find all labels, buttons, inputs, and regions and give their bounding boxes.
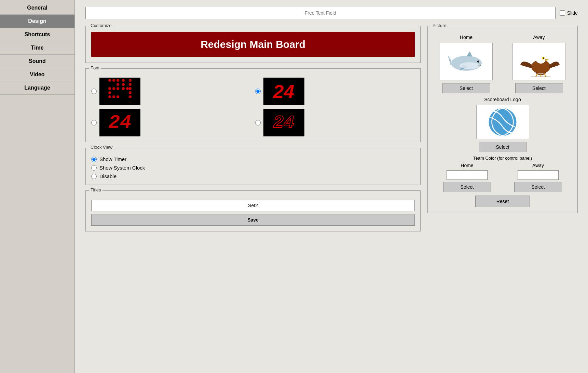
away-team-color-input[interactable] <box>518 170 559 180</box>
svg-point-14 <box>129 83 132 86</box>
scoreboard-logo-select-button[interactable]: Select <box>479 142 527 152</box>
show-system-clock-radio[interactable] <box>91 165 97 171</box>
show-system-clock-text: Show System Clock <box>99 165 145 171</box>
font-options: 24 24 24 <box>91 74 415 136</box>
slide-checkbox[interactable] <box>560 10 565 16</box>
svg-point-15 <box>122 87 125 90</box>
svg-point-27 <box>535 53 546 64</box>
sidebar-item-shortcuts[interactable]: Shortcuts <box>0 28 74 41</box>
away-team-color-select-button[interactable]: Select <box>514 182 562 192</box>
svg-point-5 <box>112 87 115 90</box>
home-team-color-select-button[interactable]: Select <box>443 182 491 192</box>
font-preview-2: 24 <box>263 78 304 105</box>
disable-label[interactable]: Disable <box>91 173 415 179</box>
sidebar-item-general[interactable]: General <box>0 1 74 15</box>
font-option-3: 24 <box>91 109 251 136</box>
left-column: Customize Redesign Main Board Font <box>85 26 421 231</box>
titles-input[interactable] <box>91 200 415 211</box>
titles-content: Save <box>91 196 415 226</box>
clock-view-group: Clock View Show Timer Show System Clock … <box>85 148 421 185</box>
font-radio-2[interactable] <box>255 89 261 94</box>
scoreboard-logo-image-box <box>476 105 529 139</box>
team-color-section: Team Color (for control panel) Home Sele… <box>433 156 572 207</box>
right-column: Picture Home <box>427 26 578 231</box>
font-radio-3[interactable] <box>91 120 97 125</box>
font-preview-4: 24 <box>263 109 304 136</box>
svg-point-0 <box>108 79 111 82</box>
away-picture-select-button[interactable]: Select <box>515 83 563 93</box>
main-content: Slide Customize Redesign Main Board Font <box>75 0 588 373</box>
svg-point-1 <box>112 79 115 82</box>
home-team-color-col: Home Select <box>443 163 491 192</box>
svg-point-12 <box>129 79 132 82</box>
titles-title: Titles <box>89 187 102 192</box>
home-picture-col: Home <box>440 35 493 93</box>
svg-point-18 <box>129 91 132 94</box>
clock-view-title: Clock View <box>89 145 114 150</box>
sidebar-item-sound[interactable]: Sound <box>0 55 74 68</box>
svg-point-9 <box>112 95 115 98</box>
titles-group: Titles Save <box>85 190 421 231</box>
svg-marker-21 <box>448 55 451 67</box>
home-away-picture-row: Home <box>433 35 572 93</box>
font-italic-dot-icon: 24 <box>108 112 131 134</box>
font-preview-3: 24 <box>99 109 140 136</box>
svg-point-3 <box>117 83 119 86</box>
disable-text: Disable <box>99 173 117 179</box>
top-bar: Slide <box>85 7 578 19</box>
eagle-icon <box>517 46 561 77</box>
svg-point-17 <box>129 87 132 90</box>
picture-title: Picture <box>431 23 448 28</box>
svg-point-2 <box>117 79 119 82</box>
font-radio-4[interactable] <box>255 120 261 125</box>
reset-button[interactable]: Reset <box>475 196 530 207</box>
sidebar-item-video[interactable]: Video <box>0 68 74 81</box>
font-radio-1[interactable] <box>91 89 97 94</box>
svg-point-4 <box>108 87 111 90</box>
team-color-row: Home Select Away Select <box>433 163 572 192</box>
free-text-input[interactable] <box>85 7 556 19</box>
volleyball-icon <box>487 107 518 137</box>
font-dot-icon <box>103 78 137 105</box>
font-title: Font <box>89 65 101 70</box>
show-timer-radio[interactable] <box>91 157 97 162</box>
away-picture-label: Away <box>533 35 545 40</box>
slide-area: Slide <box>560 10 578 16</box>
redesign-main-board-button[interactable]: Redesign Main Board <box>91 32 415 57</box>
svg-point-8 <box>108 95 111 98</box>
font-option-2: 24 <box>255 78 415 105</box>
slide-label[interactable]: Slide <box>567 10 578 16</box>
svg-point-25 <box>460 62 480 69</box>
svg-point-16 <box>126 87 129 90</box>
sidebar-item-language[interactable]: Language <box>0 81 74 95</box>
sidebar-item-time[interactable]: Time <box>0 41 74 55</box>
away-team-color-label: Away <box>532 163 544 168</box>
svg-point-31 <box>489 108 517 136</box>
team-color-title: Team Color (for control panel) <box>433 156 572 161</box>
svg-point-7 <box>108 91 111 94</box>
svg-point-6 <box>117 87 119 90</box>
svg-point-29 <box>543 57 544 59</box>
home-picture-image-box <box>440 43 493 80</box>
sidebar: General Design Shortcuts Time Sound Vide… <box>0 0 75 373</box>
font-outline-icon: 24 <box>273 113 294 133</box>
svg-point-19 <box>129 95 132 98</box>
show-timer-label[interactable]: Show Timer <box>91 156 415 162</box>
svg-point-13 <box>122 83 125 86</box>
away-team-color-col: Away Select <box>514 163 562 192</box>
show-timer-text: Show Timer <box>99 156 126 162</box>
font-group: Font <box>85 68 421 142</box>
disable-radio[interactable] <box>91 174 97 179</box>
font-option-1 <box>91 78 251 105</box>
columns: Customize Redesign Main Board Font <box>85 26 578 231</box>
sidebar-item-design[interactable]: Design <box>0 15 74 28</box>
picture-section: Picture Home <box>427 26 578 213</box>
home-team-color-input[interactable] <box>447 170 488 180</box>
show-system-clock-label[interactable]: Show System Clock <box>91 165 415 171</box>
svg-point-11 <box>122 79 125 82</box>
home-picture-label: Home <box>460 35 473 40</box>
scoreboard-logo-label: Scoreboard Logo <box>484 97 521 102</box>
save-button[interactable]: Save <box>91 214 415 226</box>
home-picture-select-button[interactable]: Select <box>442 83 490 93</box>
home-team-color-label: Home <box>461 163 473 168</box>
